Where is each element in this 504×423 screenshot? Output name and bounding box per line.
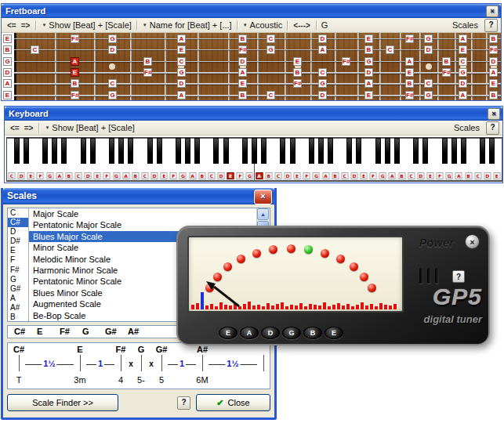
piano-black-key[interactable]: [489, 138, 495, 164]
fretboard-note[interactable]: B: [238, 91, 247, 99]
tuner-note-button[interactable]: D: [261, 327, 280, 339]
key-indicator[interactable]: G: [321, 20, 328, 30]
piano-black-key[interactable]: [81, 138, 86, 164]
string-open-note[interactable]: E: [3, 91, 12, 99]
fretboard-note[interactable]: B: [442, 57, 451, 66]
piano-black-key[interactable]: [451, 138, 457, 164]
display-mode-dropdown[interactable]: Show [Beat] + [Scale]: [52, 123, 134, 132]
root-note-item[interactable]: E: [8, 246, 28, 255]
fretboard-note[interactable]: B: [143, 57, 152, 66]
fretboard-note[interactable]: F#: [71, 91, 79, 99]
root-note-item[interactable]: C#: [8, 218, 28, 227]
help-button[interactable]: ?: [484, 19, 498, 32]
fretboard-note[interactable]: D: [489, 57, 498, 66]
fretboard-note[interactable]: B: [405, 79, 414, 88]
fretboard-note[interactable]: A: [177, 91, 186, 99]
fretboard-note[interactable]: G: [424, 34, 433, 43]
fretboard-note[interactable]: F#: [405, 91, 414, 99]
piano-black-key[interactable]: [356, 138, 361, 164]
string-open-note[interactable]: E: [3, 34, 12, 43]
fretboard-note[interactable]: A: [71, 57, 79, 66]
piano-black-key[interactable]: [375, 138, 381, 164]
close-icon[interactable]: ×: [488, 108, 500, 120]
fretboard-note[interactable]: C: [318, 68, 327, 77]
fretboard-note[interactable]: A: [177, 34, 186, 43]
piano-black-key[interactable]: [24, 138, 29, 164]
fretboard-note[interactable]: G: [318, 79, 327, 88]
fretboard-note[interactable]: A: [459, 34, 467, 43]
fretboard-note[interactable]: D: [177, 79, 186, 88]
next-beat-button[interactable]: =>: [22, 124, 36, 132]
piano-black-key[interactable]: [223, 138, 229, 164]
instrument-dropdown[interactable]: Acoustic: [250, 20, 283, 30]
fretboard-note[interactable]: E: [405, 68, 414, 77]
tuner-note-button[interactable]: G: [282, 327, 301, 339]
fretboard-note[interactable]: G: [459, 68, 467, 77]
fretboard-note[interactable]: F#: [342, 57, 350, 66]
string-open-note[interactable]: B: [3, 45, 12, 54]
piano-black-key[interactable]: [157, 138, 162, 164]
fretboard-note[interactable]: F#: [143, 68, 152, 77]
scales-titlebar[interactable]: Scales ×: [3, 188, 274, 204]
fretboard-note[interactable]: F#: [405, 34, 414, 43]
help-button[interactable]: ?: [177, 396, 190, 410]
root-note-item[interactable]: B: [8, 313, 28, 322]
fretboard-note[interactable]: C: [459, 57, 467, 66]
piano-black-key[interactable]: [385, 138, 390, 164]
fretboard-note[interactable]: D: [424, 45, 433, 54]
fretboard-note[interactable]: C: [267, 91, 275, 99]
piano-black-key[interactable]: [185, 138, 190, 164]
piano-black-key[interactable]: [318, 138, 324, 164]
display-mode-dropdown[interactable]: Show [Beat] + [Scale]: [49, 20, 131, 30]
piano-black-key[interactable]: [194, 138, 200, 164]
piano-black-key[interactable]: [147, 138, 153, 164]
root-note-item[interactable]: C: [8, 208, 28, 218]
tuner-note-button[interactable]: E: [325, 327, 343, 339]
fretboard-note[interactable]: A: [364, 79, 373, 88]
fretboard-board[interactable]: EBGDAEF#GABCDEF#GABCDEF#GABCDEF#ABCDEF#G…: [2, 33, 501, 100]
piano-black-key[interactable]: [242, 138, 248, 164]
fretboard-note[interactable]: E: [293, 57, 302, 66]
fretboard-note[interactable]: G: [108, 34, 117, 43]
piano-black-key[interactable]: [480, 138, 485, 164]
help-button[interactable]: ?: [486, 121, 499, 135]
piano-black-key[interactable]: [442, 138, 448, 164]
fretboard-note[interactable]: A: [489, 68, 498, 77]
fretboard-note[interactable]: C: [267, 34, 275, 43]
piano-black-key[interactable]: [213, 138, 219, 164]
fretboard-note[interactable]: C: [177, 57, 186, 66]
piano-black-key[interactable]: [14, 138, 20, 164]
piano-black-key[interactable]: [394, 138, 400, 164]
fretboard-note[interactable]: G: [364, 57, 373, 66]
piano-black-key[interactable]: [422, 138, 428, 164]
fretboard-note[interactable]: C: [424, 79, 433, 88]
piano-black-key[interactable]: [128, 138, 133, 164]
fretboard-note[interactable]: E: [238, 79, 247, 88]
fretboard-note[interactable]: E: [489, 79, 498, 88]
fretboard-note[interactable]: B: [489, 34, 498, 43]
scroll-up-button[interactable]: ▲: [257, 208, 269, 220]
scales-button[interactable]: Scales: [452, 20, 478, 30]
fretboard-note[interactable]: G: [108, 91, 117, 99]
scale-type-item[interactable]: Major Scale: [29, 208, 257, 219]
close-icon[interactable]: ×: [486, 5, 499, 17]
root-note-item[interactable]: F: [8, 255, 28, 265]
range-button[interactable]: <--->: [291, 21, 313, 30]
tuner-note-button[interactable]: A: [240, 327, 259, 339]
fretboard-note[interactable]: B: [489, 91, 498, 99]
fretboard-note[interactable]: F#: [238, 45, 247, 54]
string-open-note[interactable]: A: [3, 79, 12, 88]
fretboard-note[interactable]: A: [238, 68, 247, 77]
fretboard-note[interactable]: B: [238, 34, 247, 43]
piano-black-key[interactable]: [290, 138, 296, 164]
piano-black-key[interactable]: [109, 138, 114, 164]
fretboard-note[interactable]: D: [108, 45, 117, 54]
tuner-note-button[interactable]: E: [219, 327, 237, 339]
root-note-item[interactable]: F#: [8, 266, 28, 275]
tuner-note-button[interactable]: B: [303, 327, 322, 339]
fretboard-note[interactable]: E: [364, 34, 373, 43]
root-note-item[interactable]: D#: [8, 237, 28, 246]
fretboard-note[interactable]: D: [238, 57, 247, 66]
fretboard-note[interactable]: A: [405, 57, 414, 66]
root-note-list[interactable]: CC#DD#EFF#GG#AA#B: [8, 208, 29, 321]
